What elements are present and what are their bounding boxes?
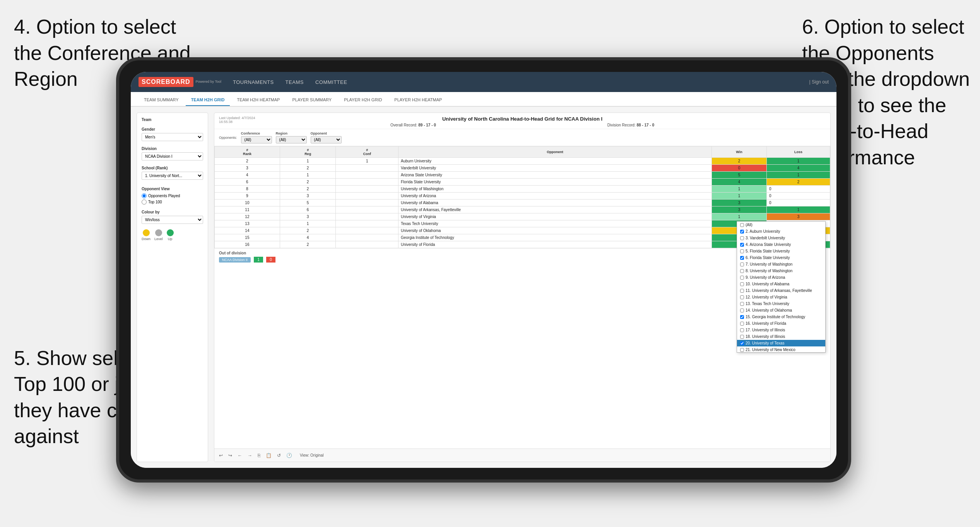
radio-opponents-input[interactable] bbox=[142, 193, 147, 198]
cell-win: 3 bbox=[712, 206, 767, 213]
school-rank-select[interactable]: 1. University of Nort... bbox=[142, 172, 203, 180]
nav-tournaments[interactable]: TOURNAMENTS bbox=[233, 79, 274, 85]
cell-opponent: Auburn University bbox=[398, 158, 711, 165]
redo-button[interactable]: ↪ bbox=[227, 452, 234, 459]
view-label: View: Original bbox=[300, 453, 324, 457]
cell-reg: 5 bbox=[280, 200, 336, 206]
colour-by-select[interactable]: Win/loss bbox=[142, 216, 203, 224]
th-reg: #Reg bbox=[280, 147, 336, 158]
cell-reg: 2 bbox=[280, 179, 336, 186]
dropdown-item[interactable]: 5. Florida State University bbox=[737, 248, 825, 254]
dropdown-item[interactable]: (All) bbox=[737, 222, 825, 228]
dropdown-item[interactable]: 12. University of Virginia bbox=[737, 294, 825, 300]
dropdown-item[interactable]: 4. Arizona State University bbox=[737, 241, 825, 248]
cell-reg: 6 bbox=[280, 206, 336, 213]
tab-player-summary[interactable]: PLAYER SUMMARY bbox=[287, 94, 337, 106]
dropdown-item[interactable]: 7. University of Washington bbox=[737, 261, 825, 268]
copy-button[interactable]: ⎘ bbox=[256, 452, 262, 459]
cell-reg: 3 bbox=[280, 193, 336, 200]
cell-rank: 15 bbox=[215, 234, 280, 241]
radio-opponents-played[interactable]: Opponents Played bbox=[142, 193, 203, 198]
cell-rank: 10 bbox=[215, 200, 280, 206]
radio-top100[interactable]: Top 100 bbox=[142, 200, 203, 205]
division-select[interactable]: NCAA Division I bbox=[142, 152, 203, 160]
dropdown-item[interactable]: 17. University of Illinois bbox=[737, 327, 825, 333]
table-row: 3 2 Vanderbilt University 0 4 bbox=[215, 165, 830, 172]
colour-dot-level bbox=[155, 229, 162, 236]
colour-dot-up bbox=[167, 229, 174, 236]
table-row: 2 1 1 Auburn University 2 1 bbox=[215, 158, 830, 165]
tab-team-h2h-grid[interactable]: TEAM H2H GRID bbox=[186, 94, 230, 106]
colour-dot-down bbox=[143, 229, 150, 236]
cell-rank: 12 bbox=[215, 213, 280, 220]
dropdown-item[interactable]: 20. University of Texas bbox=[737, 340, 825, 346]
dropdown-item[interactable]: 13. Texas Tech University bbox=[737, 300, 825, 307]
cell-loss: 3 bbox=[766, 213, 830, 220]
last-updated: Last Updated: 4/7/2024 16:55:38 bbox=[219, 116, 255, 124]
cell-loss: 0 bbox=[766, 193, 830, 200]
opponent-select[interactable]: (All) bbox=[311, 136, 342, 143]
nav-committee[interactable]: COMMITTEE bbox=[315, 79, 347, 85]
sign-out-link[interactable]: | Sign out bbox=[809, 79, 829, 85]
th-opponent: Opponent bbox=[398, 147, 711, 158]
cell-opponent: University of Florida bbox=[398, 241, 711, 248]
table-row: 8 2 University of Washington 1 0 bbox=[215, 186, 830, 193]
cell-loss: 2 bbox=[766, 179, 830, 186]
dropdown-item[interactable]: 10. University of Alabama bbox=[737, 281, 825, 287]
overall-record: Overall Record: 89 - 17 - 0 bbox=[390, 123, 436, 127]
dropdown-item[interactable]: 21. University of New Mexico bbox=[737, 346, 825, 353]
opponents-label: Opponents: bbox=[219, 136, 237, 140]
undo-button[interactable]: ↩ bbox=[217, 452, 224, 459]
dropdown-item[interactable]: 3. Vanderbilt University bbox=[737, 235, 825, 241]
tab-player-h2h-heatmap[interactable]: PLAYER H2H HEATMAP bbox=[389, 94, 447, 106]
dropdown-item[interactable]: 14. University of Oklahoma bbox=[737, 307, 825, 314]
tab-team-h2h-heatmap[interactable]: TEAM H2H HEATMAP bbox=[231, 94, 285, 106]
th-win: Win bbox=[712, 147, 767, 158]
cell-rank: 13 bbox=[215, 220, 280, 227]
tab-team-summary[interactable]: TEAM SUMMARY bbox=[139, 94, 184, 106]
tab-player-h2h-grid[interactable]: PLAYER H2H GRID bbox=[339, 94, 387, 106]
cell-rank: 11 bbox=[215, 206, 280, 213]
cell-win: 1 bbox=[712, 186, 767, 193]
cell-win: 3 bbox=[712, 200, 767, 206]
dropdown-item[interactable]: 8. University of Washington bbox=[737, 268, 825, 274]
radio-opponents-label: Opponents Played bbox=[148, 194, 180, 198]
dropdown-item[interactable]: 11. University of Arkansas, Fayetteville bbox=[737, 287, 825, 294]
opponent-dropdown[interactable]: (All)2. Auburn University3. Vanderbilt U… bbox=[737, 221, 826, 353]
dropdown-item[interactable]: 9. University of Arizona bbox=[737, 274, 825, 281]
cell-conf bbox=[336, 241, 398, 248]
region-select[interactable]: (All) bbox=[276, 136, 307, 143]
radio-top100-input[interactable] bbox=[142, 200, 147, 205]
conference-select[interactable]: (All) bbox=[241, 136, 272, 143]
cell-conf bbox=[336, 200, 398, 206]
forward-button[interactable]: → bbox=[246, 452, 254, 459]
opponent-filter: Opponent (All) bbox=[311, 131, 342, 143]
dropdown-item[interactable]: 15. Georgia Institute of Technology bbox=[737, 314, 825, 320]
paste-button[interactable]: 📋 bbox=[264, 452, 273, 459]
back-button[interactable]: ← bbox=[236, 452, 244, 459]
refresh-button[interactable]: ↺ bbox=[275, 452, 282, 459]
cell-opponent: Vanderbilt University bbox=[398, 165, 711, 172]
cell-win: 0 bbox=[712, 165, 767, 172]
cell-opponent: Arizona State University bbox=[398, 172, 711, 179]
dropdown-item[interactable]: 6. Florida State University bbox=[737, 254, 825, 261]
cell-reg: 2 bbox=[280, 186, 336, 193]
th-loss: Loss bbox=[766, 147, 830, 158]
cell-opponent: University of Oklahoma bbox=[398, 227, 711, 234]
dropdown-item[interactable]: 16. University of Florida bbox=[737, 320, 825, 327]
cell-win: 4 bbox=[712, 179, 767, 186]
clock-button[interactable]: 🕐 bbox=[285, 452, 294, 459]
dropdown-item[interactable]: 2. Auburn University bbox=[737, 228, 825, 235]
table-row: 6 2 Florida State University 4 2 bbox=[215, 179, 830, 186]
table-row: 4 1 Arizona State University 5 1 bbox=[215, 172, 830, 179]
opponent-view-title: Opponent View bbox=[142, 187, 203, 191]
cell-loss: 1 bbox=[766, 158, 830, 165]
nav-teams[interactable]: TEAMS bbox=[286, 79, 304, 85]
logo: SCOREBOARD bbox=[139, 77, 193, 87]
dropdown-item[interactable]: 18. University of Illinois bbox=[737, 333, 825, 340]
nav-links: TOURNAMENTS TEAMS COMMITTEE bbox=[233, 79, 347, 85]
cell-opponent: University of Arkansas, Fayetteville bbox=[398, 206, 711, 213]
cell-rank: 9 bbox=[215, 193, 280, 200]
cell-win: 2 bbox=[712, 158, 767, 165]
gender-select[interactable]: Men's bbox=[142, 133, 203, 141]
